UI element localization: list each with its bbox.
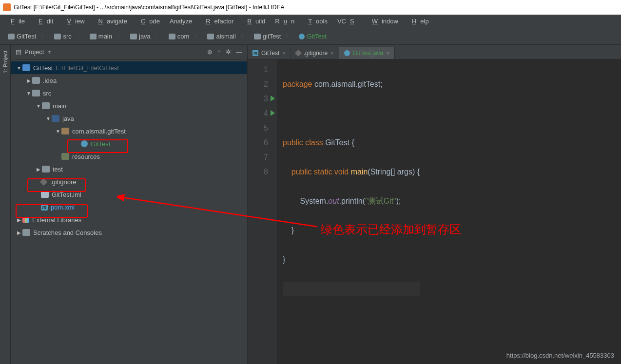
menu-edit[interactable]: Edit [31, 16, 57, 26]
iml-icon [41, 191, 49, 198]
project-tree: ▼ GitTest E:\File\Git_File\GitTest ▶ .id… [11, 59, 247, 364]
run-icon[interactable] [271, 110, 275, 116]
folder-icon [42, 166, 50, 172]
tree-item[interactable]: ▶ test [11, 163, 247, 175]
project-title[interactable]: Project [24, 48, 44, 56]
app-icon [3, 3, 11, 11]
module-icon [22, 64, 30, 71]
project-header: ▤ Project ▼ ⊕ ÷ ✲ — [11, 45, 247, 59]
locate-icon[interactable]: ⊕ [207, 48, 213, 56]
folder-icon [207, 34, 214, 39]
project-tool-window: ▤ Project ▼ ⊕ ÷ ✲ — ▼ GitTest E:\File\Gi… [11, 45, 248, 364]
folder-icon [54, 34, 61, 39]
folder-icon [42, 102, 50, 109]
settings-icon[interactable]: ✲ [226, 48, 231, 56]
expand-icon[interactable]: ▶ [16, 217, 22, 223]
close-icon[interactable]: × [330, 50, 333, 56]
project-view-icon: ▤ [16, 48, 21, 56]
tree-item[interactable]: ▼ src [11, 87, 247, 99]
menu-code[interactable]: Code [133, 16, 164, 26]
tree-item[interactable]: resources [11, 150, 247, 163]
expand-icon[interactable]: ▶ [25, 78, 32, 83]
menu-build[interactable]: Build [239, 16, 269, 26]
class-icon [81, 140, 88, 147]
folder-icon [32, 90, 40, 96]
tree-item[interactable]: ▼ main [11, 99, 247, 112]
class-icon [344, 50, 350, 56]
menu-vcs[interactable]: VCS [333, 16, 362, 26]
maven-icon: m [41, 204, 48, 211]
code-editor[interactable]: 1 2 3 4 5 6 7 8 package com.aismall.gitT… [248, 59, 621, 364]
breadcrumb[interactable]: src [50, 32, 85, 41]
tree-item-pom[interactable]: m pom.xml [11, 201, 247, 213]
tree-item[interactable]: ▼ com.aismall.gitTest [11, 125, 247, 137]
editor-tabs: m GitTest × .gitignore × GitTest.java × [248, 45, 621, 59]
tree-item[interactable]: ▶ External Libraries [11, 213, 247, 226]
tree-item-gitignore[interactable]: .gitignore [11, 175, 247, 188]
gitignore-icon [40, 178, 48, 186]
dropdown-icon[interactable]: ▼ [47, 49, 52, 55]
expand-icon[interactable]: ▶ [16, 230, 22, 235]
folder-icon [32, 77, 40, 84]
folder-icon [130, 34, 137, 39]
breadcrumb[interactable]: main [86, 32, 126, 41]
watermark: https://blog.csdn.net/weixin_45583303 [506, 352, 614, 359]
collapse-all-icon[interactable]: ÷ [217, 48, 221, 56]
tab-gittest-maven[interactable]: m GitTest × [248, 47, 291, 59]
breadcrumb[interactable]: com [165, 32, 204, 41]
menu-view[interactable]: View [59, 16, 88, 26]
folder-icon [90, 34, 97, 39]
tree-item[interactable]: GitTest.iml [11, 188, 247, 201]
editor-gutter: 1 2 3 4 5 6 7 8 [248, 59, 277, 364]
editor-area: m GitTest × .gitignore × GitTest.java × … [248, 45, 621, 364]
menu-run[interactable]: Run [271, 16, 298, 26]
navigation-bar: GitTest src main java com aismall gitTes… [0, 28, 621, 45]
tab-gitignore[interactable]: .gitignore × [291, 47, 339, 59]
expand-icon[interactable]: ▼ [35, 103, 42, 109]
tree-item[interactable]: ▶ Scratches and Consoles [11, 226, 247, 239]
tree-item[interactable]: ▼ java [11, 112, 247, 125]
menu-help[interactable]: Help [404, 16, 433, 26]
tree-item[interactable]: ▶ .idea [11, 74, 247, 87]
tree-item-gittest-class[interactable]: GitTest [11, 137, 247, 150]
menu-refactor[interactable]: Refactor [198, 16, 237, 26]
main-menu: File Edit View Navigate Code Analyze Ref… [0, 15, 621, 28]
expand-icon[interactable]: ▼ [55, 129, 61, 134]
breadcrumb[interactable]: gitTest [250, 32, 295, 41]
window-title: GitTest [E:\File\Git_File\GitTest] - ...… [14, 4, 284, 11]
tree-root[interactable]: ▼ GitTest E:\File\Git_File\GitTest [11, 61, 247, 74]
expand-icon[interactable]: ▼ [25, 91, 32, 96]
code-content[interactable]: package com.aismall.gitTest; public clas… [277, 59, 426, 364]
libraries-icon [22, 217, 29, 223]
folder-icon [254, 34, 261, 39]
project-tool-button[interactable]: 1: Project [2, 49, 8, 75]
expand-icon[interactable]: ▶ [35, 167, 42, 172]
tab-gittest-java[interactable]: GitTest.java × [339, 47, 395, 59]
close-icon[interactable]: × [282, 50, 285, 56]
menu-file[interactable]: File [3, 16, 29, 26]
source-folder-icon [52, 115, 59, 122]
resources-folder-icon [61, 153, 69, 160]
annotation-text: 绿色表示已经添加到暂存区 [321, 222, 461, 237]
menu-analyze[interactable]: Analyze [166, 16, 196, 26]
breadcrumb[interactable]: aismall [203, 32, 250, 41]
gitignore-icon [295, 50, 302, 57]
breadcrumb[interactable]: GitTest [4, 32, 50, 41]
expand-icon[interactable]: ▼ [45, 116, 52, 121]
close-icon[interactable]: × [386, 50, 389, 56]
breadcrumb[interactable]: java [126, 32, 165, 41]
menu-tools[interactable]: Tools [300, 16, 331, 26]
menu-navigate[interactable]: Navigate [91, 16, 131, 26]
maven-icon: m [252, 50, 258, 56]
folder-icon [8, 34, 15, 39]
folder-icon [169, 34, 175, 39]
class-icon [299, 34, 305, 39]
hide-icon[interactable]: — [236, 48, 242, 56]
menu-window[interactable]: Window [364, 16, 402, 26]
expand-icon[interactable]: ▼ [16, 65, 22, 71]
tool-window-strip: 1: Project [0, 45, 11, 364]
run-icon[interactable] [271, 96, 275, 101]
breadcrumb[interactable]: GitTest [295, 32, 335, 41]
scratches-icon [22, 229, 30, 236]
window-titlebar: GitTest [E:\File\Git_File\GitTest] - ...… [0, 0, 621, 15]
